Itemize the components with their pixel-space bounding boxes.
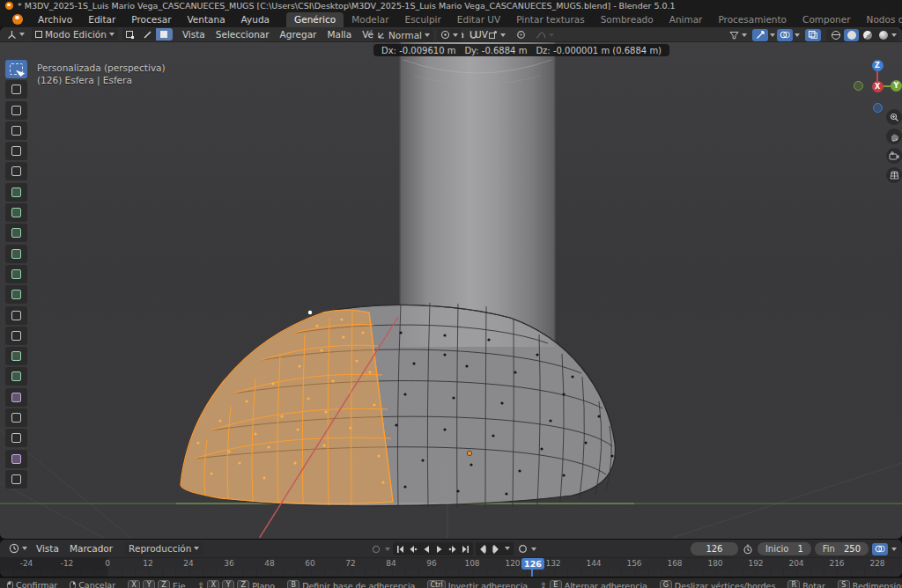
- timeline-menu-item[interactable]: Vista: [31, 543, 64, 554]
- timeline-track[interactable]: [0, 570, 902, 577]
- tool-add-cube-icon[interactable]: [5, 224, 27, 242]
- tool-annotate-icon[interactable]: [5, 183, 27, 202]
- ruler-tick[interactable]: 108: [464, 559, 479, 568]
- chevron-down-icon[interactable]: [531, 548, 536, 551]
- use-preview-range-button[interactable]: [742, 543, 754, 555]
- tool-rip-region-icon[interactable]: [5, 470, 27, 489]
- auto-keying-button[interactable]: [516, 543, 529, 555]
- edge-select-button[interactable]: [139, 28, 156, 40]
- orientation-dropdown[interactable]: Normal: [373, 29, 433, 41]
- timeline-editor-type-button[interactable]: [5, 542, 31, 555]
- gizmo-x-axis[interactable]: X: [872, 81, 884, 92]
- menu-item[interactable]: Ventana: [179, 14, 233, 25]
- chevron-down-icon[interactable]: [385, 548, 390, 551]
- vertex-select-button[interactable]: [122, 28, 139, 40]
- ruler-tick[interactable]: 156: [626, 559, 641, 568]
- workspace-tab[interactable]: Modelar: [344, 12, 396, 27]
- play-button[interactable]: [433, 543, 446, 555]
- workspace-tab[interactable]: Animar: [662, 12, 711, 27]
- show-overlays-button[interactable]: [777, 29, 793, 41]
- editor-type-button[interactable]: [4, 28, 28, 40]
- frame-start-field[interactable]: Inicio 1: [758, 542, 811, 555]
- tool-cursor-icon[interactable]: [5, 80, 27, 99]
- tool-loop-cut-icon[interactable]: [5, 306, 27, 325]
- pan-button[interactable]: [886, 129, 902, 144]
- chevron-down-icon[interactable]: [891, 548, 897, 551]
- ruler-tick[interactable]: 48: [264, 559, 274, 568]
- chevron-down-icon[interactable]: [795, 33, 800, 37]
- visibility-filter-dropdown[interactable]: [726, 29, 750, 41]
- timeline-playhead[interactable]: 126: [521, 558, 544, 570]
- frame-end-field[interactable]: Fin 250: [815, 542, 869, 555]
- workspace-tab[interactable]: Esculpir: [397, 12, 449, 27]
- prev-keyframe-button[interactable]: [407, 543, 419, 555]
- tool-knife-icon[interactable]: [5, 327, 27, 345]
- menu-item[interactable]: Editar: [80, 14, 123, 25]
- proportional-editing-button[interactable]: [513, 29, 529, 41]
- tool-measure-icon[interactable]: [5, 203, 27, 222]
- tool-rotate-icon[interactable]: [5, 121, 27, 140]
- tool-shear-icon[interactable]: [5, 450, 27, 468]
- current-frame-field[interactable]: 126: [691, 542, 738, 555]
- viewport-menu-item[interactable]: Seleccionar: [211, 29, 275, 40]
- viewport-menu-item[interactable]: Vista: [177, 29, 211, 40]
- tool-bevel-icon[interactable]: [5, 285, 27, 304]
- menu-item[interactable]: Procesar: [123, 14, 179, 25]
- ruler-tick[interactable]: 228: [869, 559, 884, 568]
- jump-to-start-button[interactable]: [394, 543, 406, 555]
- timeline-body[interactable]: -24-120122436486072849610812013214415616…: [0, 558, 902, 577]
- cylinder-object[interactable]: [400, 42, 555, 347]
- menu-item[interactable]: Archivo: [30, 14, 80, 25]
- ruler-tick[interactable]: 204: [788, 559, 803, 568]
- next-frame-button[interactable]: [490, 543, 502, 555]
- workspace-tab[interactable]: Editar UV: [449, 12, 508, 27]
- gizmo-z-neg-axis[interactable]: [873, 103, 883, 113]
- shading-rendered-button[interactable]: [876, 29, 891, 41]
- ruler-tick[interactable]: 216: [829, 559, 844, 568]
- zoom-button[interactable]: [886, 109, 902, 125]
- chevron-down-icon[interactable]: [891, 33, 897, 37]
- chevron-down-icon[interactable]: [770, 33, 775, 37]
- tool-smooth-icon[interactable]: [5, 388, 27, 407]
- play-reverse-button[interactable]: [420, 543, 433, 555]
- ortho-perspective-button[interactable]: [886, 167, 902, 183]
- menu-item[interactable]: Ayuda: [233, 14, 277, 25]
- ruler-tick[interactable]: 84: [386, 559, 396, 568]
- tool-inset-faces-icon[interactable]: [5, 265, 27, 283]
- gizmo-y-axis[interactable]: Y: [891, 80, 902, 92]
- shading-wireframe-button[interactable]: [828, 29, 843, 41]
- pivot-point-dropdown[interactable]: [437, 29, 462, 41]
- prev-frame-button[interactable]: [477, 543, 489, 555]
- ruler-tick[interactable]: -12: [61, 559, 74, 568]
- ruler-tick[interactable]: 36: [224, 559, 233, 568]
- selected-faces[interactable]: [181, 310, 393, 505]
- gizmo-y-neg-axis[interactable]: [854, 81, 863, 91]
- shading-solid-button[interactable]: [844, 29, 859, 41]
- workspace-tab[interactable]: Componer: [795, 12, 859, 27]
- chevron-down-icon[interactable]: [505, 547, 510, 550]
- tool-extrude-region-icon[interactable]: [5, 245, 27, 263]
- toggle-xray-button[interactable]: [805, 29, 821, 41]
- face-select-button[interactable]: [156, 28, 173, 40]
- next-keyframe-button[interactable]: [447, 543, 459, 555]
- snap-target-dropdown[interactable]: [484, 29, 509, 41]
- sync-button[interactable]: [370, 543, 382, 555]
- ruler-tick[interactable]: 120: [505, 559, 520, 568]
- tool-edge-slide-icon[interactable]: [5, 408, 27, 427]
- tool-shrink-fatten-icon[interactable]: [5, 429, 27, 447]
- workspace-tab[interactable]: Nodos de geometría: [859, 12, 902, 27]
- ruler-tick[interactable]: 168: [667, 559, 682, 568]
- ruler-tick[interactable]: 60: [305, 559, 314, 568]
- ruler-tick[interactable]: 144: [586, 559, 601, 568]
- shading-material-button[interactable]: [860, 29, 875, 41]
- gizmo-z-axis[interactable]: Z: [872, 60, 884, 71]
- ruler-tick[interactable]: -24: [20, 559, 33, 568]
- ruler-tick[interactable]: 132: [545, 559, 560, 568]
- workspace-tab[interactable]: Genérico: [286, 12, 344, 27]
- mode-dropdown[interactable]: Modo Edición: [32, 28, 118, 40]
- blender-menu-icon[interactable]: [12, 14, 23, 25]
- workspace-tab[interactable]: Pintar texturas: [508, 12, 592, 27]
- snap-toggle-button[interactable]: [465, 29, 481, 41]
- timeline-menu-item[interactable]: Marcador: [64, 543, 118, 554]
- tool-scale-icon[interactable]: [5, 142, 27, 160]
